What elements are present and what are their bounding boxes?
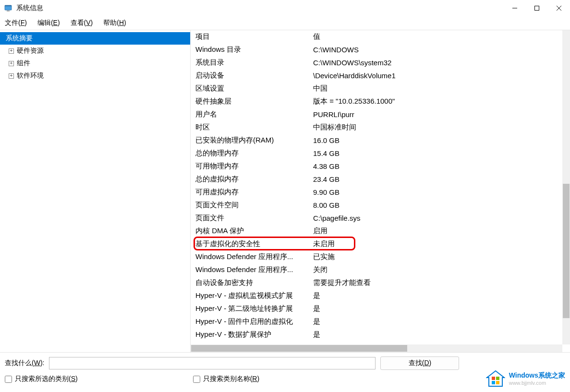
- list-item-value: 9.90 GB: [313, 188, 562, 196]
- list-item-name: 区域设置: [195, 84, 313, 93]
- find-button[interactable]: 查找(D): [380, 356, 459, 370]
- watermark-brand: Windows系统之家: [509, 371, 565, 380]
- list-row[interactable]: 总的物理内存15.4 GB: [191, 147, 562, 160]
- list-item-name: 可用物理内存: [195, 162, 313, 171]
- list-item-value: 是: [313, 291, 562, 300]
- list-row[interactable]: 用户名PURRLI\purr: [191, 108, 562, 121]
- watermark-logo-icon: [486, 370, 505, 387]
- only-names-input[interactable]: [193, 376, 200, 383]
- list-item-value: C:\pagefile.sys: [313, 214, 562, 222]
- list-item-value: 版本 = "10.0.25336.1000": [313, 97, 562, 106]
- list-item-name: Hyper-V - 数据扩展保护: [195, 330, 313, 339]
- list-item-value: 是: [313, 317, 562, 326]
- list-row[interactable]: Hyper-V - 固件中启用的虚拟化是: [191, 315, 562, 328]
- list-row[interactable]: 内核 DMA 保护启用: [191, 225, 562, 238]
- list-row[interactable]: 自动设备加密支持需要提升才能查看: [191, 276, 562, 289]
- search-label: 查找什么(W):: [5, 359, 44, 368]
- search-area: 查找什么(W): 查找(D) 关闭查找(C) 只搜索所选的类别(S) 只搜索类别…: [0, 352, 570, 387]
- tree-hardware-label: 硬件资源: [17, 47, 44, 55]
- tree-software[interactable]: + 软件环境: [0, 70, 190, 82]
- tree-components-label: 组件: [17, 59, 30, 68]
- list-item-value: \Device\HarddiskVolume1: [313, 71, 562, 80]
- list-item-value: C:\WINDOWS: [313, 46, 562, 54]
- list-row[interactable]: 可用物理内存4.38 GB: [191, 160, 562, 173]
- list-item-value: 启用: [313, 226, 562, 236]
- horizontal-scrollbar[interactable]: [191, 344, 562, 352]
- tree-root-label: 系统摘要: [6, 34, 33, 43]
- list-item-value: 未启用: [313, 239, 562, 249]
- list-row[interactable]: Windows Defender 应用程序...关闭: [191, 263, 562, 276]
- menu-file[interactable]: 文件(F): [3, 18, 29, 28]
- list-item-value: C:\WINDOWS\system32: [313, 59, 562, 67]
- list-row[interactable]: 硬件抽象层版本 = "10.0.25336.1000": [191, 95, 562, 108]
- svg-rect-2: [7, 11, 10, 12]
- list-item-name: Hyper-V - 固件中启用的虚拟化: [195, 317, 313, 326]
- list-row[interactable]: 区域设置中国: [191, 82, 562, 95]
- list-item-name: Windows Defender 应用程序...: [195, 252, 313, 261]
- window-title: 系统信息: [16, 4, 43, 12]
- list-pane[interactable]: 项目 值 Windows 目录C:\WINDOWS系统目录C:\WINDOWS\…: [191, 30, 570, 352]
- scrollbar-thumb[interactable]: [563, 184, 570, 318]
- watermark-url: www.bjjmlv.com: [509, 380, 565, 386]
- list-item-name: 自动设备加密支持: [195, 278, 313, 287]
- list-row[interactable]: Hyper-V - 虚拟机监视模式扩展是: [191, 289, 562, 302]
- list-row[interactable]: 基于虚拟化的安全性未启用: [191, 238, 562, 250]
- tree-hardware[interactable]: + 硬件资源: [0, 45, 190, 57]
- vertical-scrollbar[interactable]: [562, 30, 570, 344]
- list-row[interactable]: 总的虚拟内存23.4 GB: [191, 173, 562, 186]
- expand-icon[interactable]: +: [9, 61, 14, 66]
- list-row[interactable]: Windows 目录C:\WINDOWS: [191, 43, 562, 56]
- list-row[interactable]: Hyper-V - 第二级地址转换扩展是: [191, 302, 562, 315]
- content-area: 系统摘要 + 硬件资源 + 组件 + 软件环境 项目 值 Windows 目录C…: [0, 30, 570, 352]
- list-item-value: 是: [313, 330, 562, 339]
- svg-rect-1: [5, 5, 12, 6]
- list-item-value: 23.4 GB: [313, 175, 562, 183]
- list-item-value: 16.0 GB: [313, 136, 562, 144]
- list-item-name: 内核 DMA 保护: [195, 226, 313, 236]
- list-row[interactable]: 启动设备\Device\HarddiskVolume1: [191, 69, 562, 82]
- list-item-name: Hyper-V - 虚拟机监视模式扩展: [195, 291, 313, 300]
- svg-rect-11: [496, 381, 499, 384]
- list-row[interactable]: 可用虚拟内存9.90 GB: [191, 186, 562, 199]
- list-item-name: 用户名: [195, 110, 313, 119]
- app-icon: [4, 4, 12, 12]
- list-row[interactable]: 已安装的物理内存(RAM)16.0 GB: [191, 134, 562, 147]
- only-names-checkbox[interactable]: 只搜索类别名称(R): [193, 375, 259, 383]
- expand-icon[interactable]: +: [9, 48, 14, 54]
- list-item-value: 关闭: [313, 265, 562, 274]
- tree-system-summary[interactable]: 系统摘要: [0, 32, 190, 45]
- search-input[interactable]: [49, 357, 376, 369]
- list-row[interactable]: Hyper-V - 数据扩展保护是: [191, 328, 562, 341]
- header-value[interactable]: 值: [313, 32, 562, 41]
- only-selected-checkbox[interactable]: 只搜索所选的类别(S): [5, 375, 78, 383]
- scrollbar-thumb[interactable]: [191, 345, 407, 352]
- list-item-name: Windows Defender 应用程序...: [195, 265, 313, 274]
- list-row[interactable]: 系统目录C:\WINDOWS\system32: [191, 56, 562, 69]
- list-row[interactable]: 页面文件C:\pagefile.sys: [191, 212, 562, 225]
- menubar: 文件(F) 编辑(E) 查看(V) 帮助(H): [0, 16, 570, 30]
- list-item-name: 总的物理内存: [195, 149, 313, 158]
- list-item-name: 已安装的物理内存(RAM): [195, 136, 313, 145]
- svg-rect-4: [535, 6, 539, 11]
- list-row[interactable]: 时区中国标准时间: [191, 121, 562, 134]
- minimize-button[interactable]: [504, 0, 526, 16]
- list-row[interactable]: Windows Defender 应用程序...已实施: [191, 250, 562, 263]
- list-item-value: 15.4 GB: [313, 149, 562, 157]
- list-item-value: 中国标准时间: [313, 123, 562, 132]
- menu-view[interactable]: 查看(V): [69, 18, 95, 28]
- close-button[interactable]: [548, 0, 570, 16]
- menu-edit[interactable]: 编辑(E): [36, 18, 62, 28]
- list-header[interactable]: 项目 值: [191, 30, 562, 43]
- tree-pane[interactable]: 系统摘要 + 硬件资源 + 组件 + 软件环境: [0, 30, 191, 352]
- list-item-name: 时区: [195, 123, 313, 132]
- maximize-button[interactable]: [526, 0, 548, 16]
- tree-components[interactable]: + 组件: [0, 57, 190, 70]
- list-item-value: 需要提升才能查看: [313, 278, 562, 287]
- expand-icon[interactable]: +: [9, 73, 14, 79]
- list-item-value: 4.38 GB: [313, 162, 562, 170]
- menu-help[interactable]: 帮助(H): [101, 18, 128, 28]
- list-row[interactable]: 页面文件空间8.00 GB: [191, 199, 562, 212]
- list-item-value: PURRLI\purr: [313, 110, 562, 119]
- only-selected-input[interactable]: [5, 376, 12, 383]
- header-item[interactable]: 项目: [195, 32, 313, 41]
